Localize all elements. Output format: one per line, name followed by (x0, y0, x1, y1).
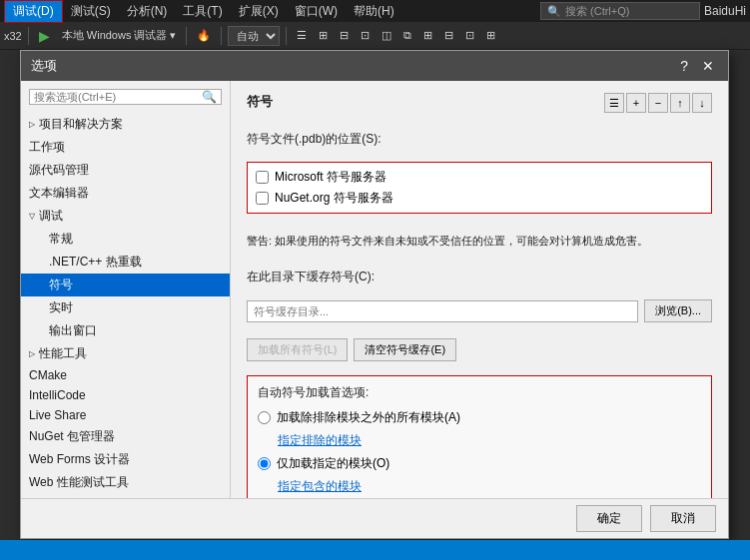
play-button[interactable]: ▶ (35, 26, 54, 46)
tree-label: Live Share (29, 408, 86, 422)
menu-tools[interactable]: 工具(T) (175, 1, 230, 22)
flame-button[interactable]: 🔥 (193, 27, 215, 44)
dialog-footer: 确定 取消 (21, 498, 728, 538)
tree-item-workitem[interactable]: 工作项 (21, 136, 230, 159)
section-title: 符号 (247, 93, 273, 111)
tree-label: 常规 (49, 231, 73, 248)
tree-label: 输出窗口 (49, 322, 97, 339)
tree-label: CMake (29, 368, 67, 382)
menu-bar: 调试(D) 测试(S) 分析(N) 工具(T) 扩展(X) 窗口(W) 帮助(H… (0, 0, 750, 22)
left-panel: 🔍 ▷ 项目和解决方案 工作项 源代码管理 文本编辑器 ▽ 调试 常规 (21, 81, 231, 498)
clear-cache-button[interactable]: 清空符号缓存(E) (354, 338, 456, 361)
microsoft-server-checkbox[interactable] (256, 171, 269, 184)
tree-item-nuget[interactable]: NuGet 包管理器 (21, 425, 230, 448)
load-all-button[interactable]: 加载所有符号(L) (247, 338, 348, 361)
nuget-server-checkbox[interactable] (256, 192, 269, 205)
tree-item-general[interactable]: 常规 (21, 228, 230, 251)
tree-label: 项目和解决方案 (39, 116, 123, 133)
toolbar-icon-3[interactable]: ⊟ (336, 27, 353, 44)
dialog-title: 选项 (31, 57, 57, 75)
mode-select[interactable]: 自动 (228, 26, 280, 46)
dialog-body: 🔍 ▷ 项目和解决方案 工作项 源代码管理 文本编辑器 ▽ 调试 常规 (21, 81, 728, 498)
menu-help[interactable]: 帮助(H) (346, 1, 402, 22)
radio-all-modules-input[interactable] (258, 411, 271, 424)
menu-analyze[interactable]: 分析(N) (119, 1, 176, 22)
tree-item-webperf[interactable]: Web 性能测试工具 (21, 471, 230, 494)
options-search-input[interactable] (34, 91, 202, 103)
toolbar-divider3 (221, 27, 222, 45)
baidu-hi-label: BaiduHi (704, 4, 746, 18)
tree-item-perf[interactable]: ▷ 性能工具 (21, 342, 230, 365)
options-dialog: 选项 ? ✕ 🔍 ▷ 项目和解决方案 工作项 源代码管理 文本编 (20, 50, 729, 539)
link-include-modules[interactable]: 指定包含的模块 (278, 478, 701, 495)
radio-all-modules: 加载除排除模块之外的所有模块(A) (258, 409, 701, 426)
toolbar-icon-9[interactable]: ⊡ (461, 27, 478, 44)
menu-window[interactable]: 窗口(W) (287, 1, 346, 22)
chevron-down-icon: ▾ (170, 29, 176, 42)
toolbar-icon-8[interactable]: ⊟ (440, 27, 457, 44)
tree-item-cmake[interactable]: CMake (21, 365, 230, 385)
load-clear-row: 加载所有符号(L) 清空符号缓存(E) (247, 338, 712, 361)
toolbar-icon-5[interactable]: ◫ (377, 27, 395, 44)
tree-label: 调试 (39, 208, 63, 225)
auto-load-title: 自动符号加载首选项: (258, 384, 701, 401)
options-search-icon[interactable]: 🔍 (202, 90, 217, 104)
tree-label: 源代码管理 (29, 162, 89, 179)
tree-item-project[interactable]: ▷ 项目和解决方案 (21, 113, 230, 136)
tree-item-realtime[interactable]: 实时 (21, 296, 230, 319)
close-button[interactable]: ✕ (698, 58, 718, 74)
menubar-right: 🔍 搜索 (Ctrl+Q) BaiduHi (540, 2, 746, 20)
tree-item-hotreload[interactable]: .NET/C++ 热重载 (21, 251, 230, 274)
tree-item-webforms[interactable]: Web Forms 设计器 (21, 448, 230, 471)
browse-button[interactable]: 浏览(B)... (644, 299, 712, 322)
tree-label: Web 性能测试工具 (29, 474, 129, 491)
nuget-server-label: NuGet.org 符号服务器 (275, 190, 393, 207)
checkbox-microsoft: Microsoft 符号服务器 (256, 169, 703, 186)
right-panel: 符号 ☰ + − ↑ ↓ 符号文件(.pdb)的位置(S): Microsoft… (231, 81, 728, 498)
toolbar-icon-10[interactable]: ⊞ (482, 27, 499, 44)
toolbar-icon-6[interactable]: ⧉ (399, 27, 415, 44)
toolbar-icon-1[interactable]: ☰ (293, 27, 311, 44)
target-selector[interactable]: 本地 Windows 调试器 ▾ (58, 26, 180, 45)
toolbar-icon-7[interactable]: ⊞ (419, 27, 436, 44)
tree-item-output[interactable]: 输出窗口 (21, 319, 230, 342)
cache-dir-input[interactable] (247, 300, 638, 322)
radio-specified-modules-input[interactable] (258, 457, 271, 470)
tree-item-intellicode[interactable]: IntelliCode (21, 385, 230, 405)
options-search-box[interactable]: 🔍 (29, 89, 222, 105)
menu-extend[interactable]: 扩展(X) (231, 1, 287, 22)
tree-item-source[interactable]: 源代码管理 (21, 159, 230, 182)
tree-label: 文本编辑器 (29, 185, 89, 202)
expand-icon: ▽ (29, 212, 35, 221)
icon-remove[interactable]: − (648, 93, 668, 113)
toolbar-divider1 (28, 27, 29, 45)
cancel-button[interactable]: 取消 (650, 505, 716, 532)
tree-item-text-editor[interactable]: 文本编辑器 (21, 182, 230, 205)
toolbar: x32 ▶ 本地 Windows 调试器 ▾ 🔥 自动 ☰ ⊞ ⊟ ⊡ ◫ ⧉ … (0, 22, 750, 50)
link-exclude-modules[interactable]: 指定排除的模块 (278, 432, 701, 449)
icon-add[interactable]: + (626, 93, 646, 113)
toolbar-divider2 (186, 27, 187, 45)
toolbar-icon-4[interactable]: ⊡ (357, 27, 374, 44)
icon-list[interactable]: ☰ (604, 93, 624, 113)
warning-text: 警告: 如果使用的符号文件来自未知或不受信任的位置，可能会对计算机造成危害。 (247, 234, 712, 249)
ok-button[interactable]: 确定 (576, 505, 642, 532)
expand-icon: ▷ (29, 349, 35, 358)
toolbar-icon-2[interactable]: ⊞ (315, 27, 332, 44)
tree-item-symbol[interactable]: 符号 (21, 274, 230, 296)
cache-input-row: 浏览(B)... (247, 299, 712, 322)
icon-up[interactable]: ↑ (670, 93, 690, 113)
target-label: 本地 Windows 调试器 (62, 28, 168, 43)
icon-down[interactable]: ↓ (692, 93, 712, 113)
tree-label: .NET/C++ 热重载 (49, 254, 142, 271)
tree-label: 工作项 (29, 139, 65, 156)
titlebar-buttons: ? ✕ (676, 58, 718, 74)
help-button[interactable]: ? (676, 58, 692, 74)
radio-all-modules-label: 加载除排除模块之外的所有模块(A) (277, 409, 460, 426)
tree-item-liveshare[interactable]: Live Share (21, 405, 230, 425)
top-search-box[interactable]: 🔍 搜索 (Ctrl+Q) (540, 2, 700, 20)
play-icon: ▶ (39, 28, 50, 44)
tree-item-debug[interactable]: ▽ 调试 (21, 205, 230, 228)
menu-debug[interactable]: 调试(D) (4, 0, 63, 23)
menu-test[interactable]: 测试(S) (63, 1, 119, 22)
